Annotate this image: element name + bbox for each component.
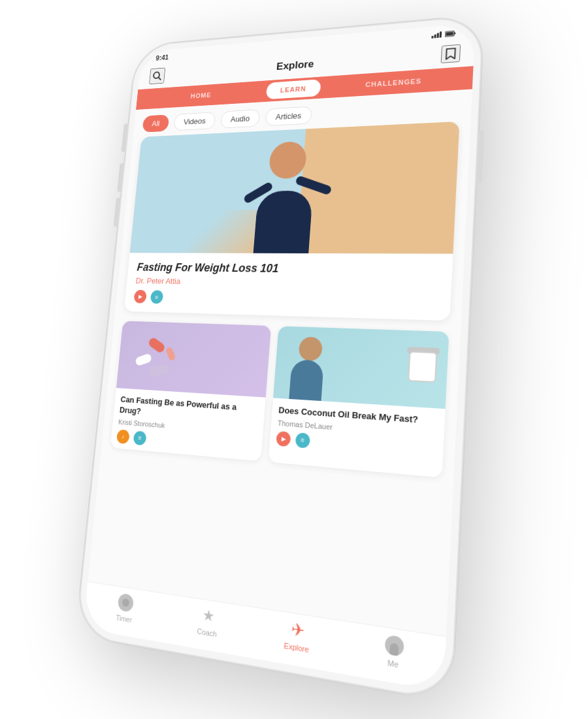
small-card-2[interactable]: Does Coconut Oil Break My Fast? Thomas D… [269,326,449,477]
nav-me[interactable]: Me [344,628,446,677]
featured-card[interactable]: Fasting For Weight Loss 101 Dr. Peter At… [124,121,460,321]
content-area[interactable]: Fasting For Weight Loss 101 Dr. Peter At… [88,121,470,636]
bookmark-button[interactable] [441,44,461,63]
svg-rect-6 [446,32,453,36]
content-type-icons: ▶ ≡ [133,290,439,311]
small-card-2-image [273,326,449,409]
me-nav-label: Me [387,658,399,669]
scene: 9:41 [0,0,588,719]
list-icon-badge: ≡ [150,290,164,304]
filter-videos[interactable]: Videos [174,112,216,131]
filter-articles[interactable]: Articles [265,106,312,127]
search-button[interactable] [149,67,165,84]
nav-coach[interactable]: ★ Coach [164,599,253,644]
featured-image [130,121,460,254]
small-card-1[interactable]: Can Fasting Be as Powerful as a Drug? Kr… [110,321,271,461]
small-card-2-info: Does Coconut Oil Break My Fast? Thomas D… [269,398,446,465]
two-col-cards: Can Fasting Be as Powerful as a Drug? Kr… [110,321,449,477]
coach-nav-label: Coach [197,627,217,639]
signal-icon [431,31,442,39]
svg-line-8 [158,77,161,80]
battery-icon [445,30,456,37]
svg-rect-1 [434,35,436,39]
status-time: 9:41 [155,54,169,63]
compass-icon: ✈ [290,620,304,640]
explore-nav-label: Explore [284,641,309,654]
svg-rect-3 [440,31,442,38]
filter-all[interactable]: All [142,114,169,132]
nav-timer[interactable]: Timer [84,587,167,630]
svg-rect-0 [431,36,433,39]
search-icon [152,70,163,82]
phone-wrapper: 9:41 [75,14,483,703]
small-card-1-image [116,321,271,397]
page-title: Explore [276,58,314,72]
tab-learn[interactable]: LEARN [265,79,321,99]
list-icon-badge-3: ≡ [295,432,310,449]
bookmark-icon [444,47,457,61]
explore-nav-icon: ✈ [287,618,308,641]
status-icons [431,30,456,39]
featured-author: Dr. Peter Attia [135,276,440,291]
me-nav-icon [384,633,405,658]
filter-audio[interactable]: Audio [220,109,261,128]
nav-explore[interactable]: ✈ Explore [250,613,345,660]
phone-outer: 9:41 [75,14,483,703]
timer-nav-label: Timer [116,613,133,624]
star-icon: ★ [201,607,215,624]
featured-person [233,133,339,253]
coach-nav-icon: ★ [199,605,218,627]
featured-title: Fasting For Weight Loss 101 [137,261,442,278]
svg-rect-2 [436,33,438,38]
svg-rect-5 [455,33,456,35]
audio-icon-badge: ♪ [116,429,130,444]
phone-screen: 9:41 [83,23,476,692]
list-icon-badge-2: ≡ [133,430,147,445]
small-card-1-info: Can Fasting Be as Powerful as a Drug? Kr… [110,388,266,461]
timer-nav-icon [116,592,134,614]
play-icon-badge: ▶ [133,290,146,304]
play-icon-badge-2: ▶ [276,431,291,447]
featured-info: Fasting For Weight Loss 101 Dr. Peter At… [124,253,453,321]
